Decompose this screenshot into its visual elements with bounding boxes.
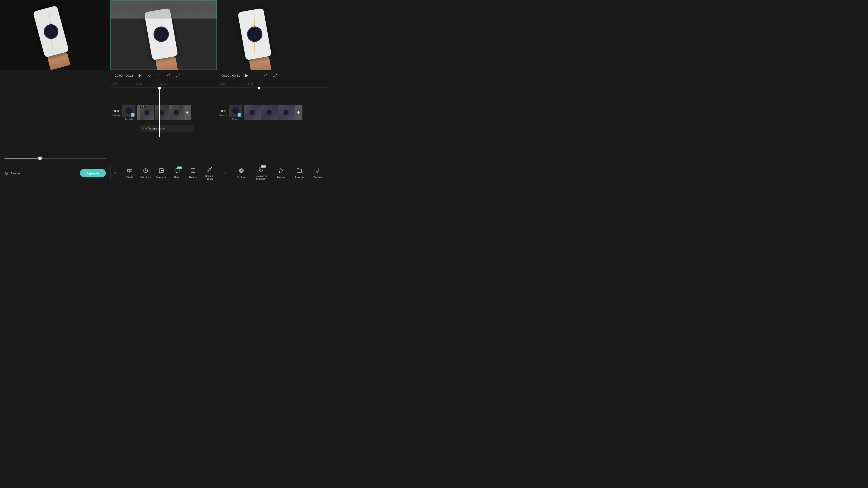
nav-right-left-icon [223, 171, 227, 175]
toolbar-item-revision[interactable]: New Revisión decopyright [252, 165, 270, 182]
svg-point-28 [209, 168, 211, 170]
svg-rect-21 [130, 169, 132, 172]
svg-line-5 [276, 74, 277, 75]
portada-thumb-left [123, 105, 135, 117]
clip-add-button[interactable]: + [183, 105, 191, 120]
sonidos-icon-wrapper [239, 168, 244, 175]
right-frame-1 [244, 105, 261, 120]
dividir-icon [127, 168, 132, 173]
svg-marker-7 [114, 109, 116, 112]
svg-point-18 [6, 174, 6, 175]
efectos-icon-wrapper [278, 168, 283, 175]
toolbar-item-animacion[interactable]: Animación [153, 166, 169, 181]
zoom-slider-thumb[interactable] [38, 157, 42, 160]
clip-frame-phone-1 [144, 109, 150, 116]
toolbar-item-estilo[interactable]: New Estilo [169, 166, 185, 181]
dividir-icon-wrapper [127, 168, 132, 175]
keyframe-button-left[interactable] [147, 73, 152, 78]
doblaje-label: Doblaje [313, 176, 322, 179]
svg-point-14 [6, 172, 6, 173]
animacion-icon [159, 168, 164, 173]
right-preview-bg [217, 0, 329, 70]
toolbar-item-sonidos[interactable]: Sonidos [234, 166, 249, 181]
svg-point-30 [241, 170, 242, 171]
silenciar-control-right[interactable]: Silenciar [219, 108, 227, 117]
silenciar-label-right: Silenciar [219, 114, 227, 117]
clip-frames [140, 105, 183, 120]
play-button-right[interactable] [244, 73, 250, 78]
add-audio-bar[interactable]: + + Agregar audio [140, 125, 194, 132]
portada-edit-icon-right[interactable] [238, 113, 241, 117]
toolbar-item-seguimiento[interactable]: Seguim. de cá [201, 165, 218, 182]
playhead-head-right [258, 87, 260, 90]
time-display-left: 00:00 / 00:11 [115, 74, 133, 77]
toolbar-item-dividir[interactable]: Dividir [122, 166, 138, 181]
toolbar-item-eliminar[interactable]: Eliminar [185, 166, 201, 181]
svg-rect-20 [127, 169, 129, 172]
time-current-right: 00:00 [221, 74, 229, 77]
toolbar-item-extraido[interactable]: Extraído [291, 166, 307, 181]
redo-button-left[interactable] [165, 73, 171, 78]
timeline-ruler-right: 00:00 00:02 [217, 81, 329, 88]
right-ruler-mark-0: 00:00 [219, 83, 225, 86]
redo-button-right[interactable] [263, 73, 269, 78]
portada-control-left[interactable]: Portada [123, 105, 135, 121]
silenciar-label-left: Silenciar [112, 114, 121, 117]
undo-button-left[interactable] [156, 73, 162, 78]
efectos-icon [278, 168, 283, 173]
dividir-label: Dividir [126, 176, 133, 179]
eliminar-label: Eliminar [188, 176, 197, 179]
zoom-slider-fill [4, 158, 40, 159]
extraido-label: Extraído [294, 176, 304, 179]
ajustar-button[interactable]: Ajustar [4, 171, 20, 175]
animacion-icon-wrapper [159, 168, 164, 175]
toolbar-item-efectos[interactable]: Efectos [273, 166, 289, 181]
toolbar-item-doblaje[interactable]: Doblaje [310, 166, 326, 181]
toolbar-item-velocidad[interactable]: Velocidad [138, 166, 153, 181]
sonidos-label: Sonidos [237, 176, 246, 179]
video-strip-right[interactable]: + [244, 105, 303, 120]
revision-icon-wrapper: New [258, 166, 264, 173]
doblaje-icon [315, 168, 320, 173]
ruler-mark-1: 00:02 [136, 83, 142, 86]
seguimiento-icon-wrapper [207, 166, 213, 173]
timeline-tracks-right: Silenciar Portada + [217, 88, 329, 137]
svg-rect-1 [149, 74, 150, 76]
svg-marker-24 [161, 170, 162, 171]
ruler-mark-2: 0(cut) [160, 83, 166, 86]
controls-left: 00:00 / 00:11 [110, 70, 217, 81]
bottom-toolbar: Ajustar Agregar Dividir Ve [0, 162, 329, 184]
velocidad-label: Velocidad [140, 176, 151, 179]
ajustar-label: Ajustar [10, 171, 20, 175]
toolbar-nav-right-left[interactable] [221, 162, 230, 184]
video-clip-left[interactable]: ⋮ 8.8s + [137, 105, 191, 120]
portada-control-right[interactable]: Portada [229, 105, 242, 121]
fullscreen-button-left[interactable] [175, 73, 181, 78]
playhead-right [259, 88, 259, 137]
revision-new-badge: New [260, 165, 266, 168]
toolbar-nav-left[interactable] [111, 162, 120, 184]
portada-edit-icon[interactable] [131, 113, 134, 117]
efectos-label: Efectos [277, 176, 285, 179]
revision-label: Revisión decopyright [254, 175, 268, 180]
portada-thumb-right [229, 105, 242, 117]
clip-frame-phone-3 [174, 109, 179, 116]
clip-left-handle[interactable]: ⋮ [137, 105, 140, 120]
silenciar-control-left[interactable]: Silenciar [112, 108, 121, 117]
time-total-left: 00:11 [125, 74, 133, 77]
doblaje-icon-wrapper [315, 168, 320, 175]
estilo-icon-wrapper: New [175, 168, 180, 175]
fullscreen-button-right[interactable] [272, 73, 278, 78]
undo-button-right[interactable] [253, 73, 259, 78]
right-phone-3 [283, 109, 289, 116]
svg-marker-10 [221, 109, 223, 112]
estilo-label: Estilo [174, 176, 180, 179]
play-button-left[interactable] [137, 73, 143, 78]
ajustar-icon [4, 171, 8, 175]
portada-label-left: Portada [125, 118, 133, 121]
svg-line-6 [274, 76, 275, 77]
agregar-button[interactable]: Agregar [80, 169, 106, 177]
time-total-right: 00:11 [232, 74, 240, 77]
zoom-slider-track [4, 158, 106, 159]
right-add-button[interactable]: + [294, 105, 302, 120]
